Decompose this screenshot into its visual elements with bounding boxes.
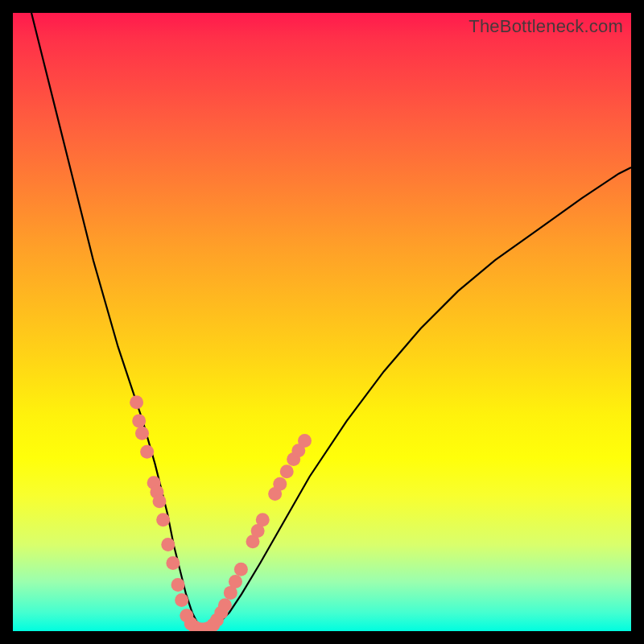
data-dot-left — [175, 593, 188, 607]
data-dot-right — [229, 575, 242, 588]
data-dot-left — [156, 513, 170, 526]
data-dot-right — [256, 513, 270, 526]
data-dot-left — [166, 556, 180, 570]
data-dot-left — [161, 538, 175, 551]
data-dot-right — [218, 598, 232, 612]
data-dot-right — [280, 464, 294, 478]
chart-frame: TheBottleneck.com — [13, 13, 631, 631]
data-dot-right — [298, 434, 312, 448]
chart-svg — [13, 13, 631, 631]
data-dot-left — [140, 445, 154, 459]
watermark-text: TheBottleneck.com — [469, 16, 623, 37]
data-dot-right — [234, 563, 248, 576]
data-dot-left — [153, 494, 167, 508]
data-dot-left — [171, 578, 185, 592]
data-dot-left — [135, 427, 149, 440]
data-dot-left — [130, 395, 143, 409]
data-dot-left — [132, 414, 146, 427]
data-dot-right — [273, 477, 287, 491]
bottleneck-curve — [31, 13, 631, 630]
